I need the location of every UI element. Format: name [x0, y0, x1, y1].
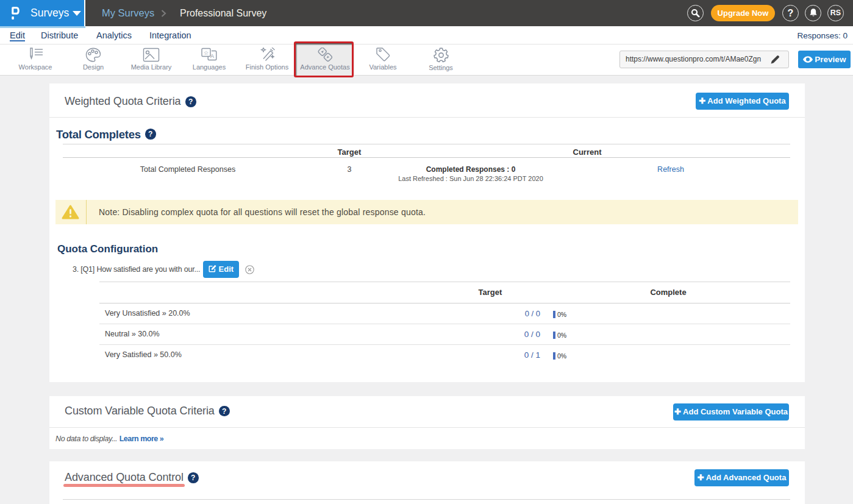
- svg-text:☆: ☆: [204, 49, 209, 56]
- svg-text:A: A: [210, 53, 214, 59]
